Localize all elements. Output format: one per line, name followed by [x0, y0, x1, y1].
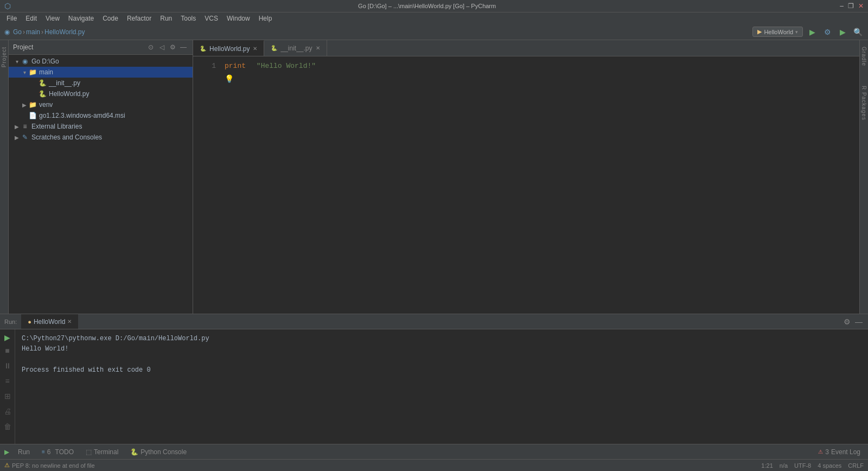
r-packages-label[interactable]: R Packages — [860, 81, 868, 125]
stop-button[interactable]: ■ — [2, 345, 14, 357]
bulb-hint: 💡 — [225, 73, 855, 85]
sidebar-project-label[interactable]: Project — [0, 42, 8, 72]
tree-item-helloworld[interactable]: 🐍 HelloWorld.py — [9, 88, 193, 99]
run-tab-close[interactable]: ✕ — [67, 319, 72, 324]
tree-arrow: ▾ — [21, 69, 28, 75]
run-configuration[interactable]: ▶ HelloWorld ▾ — [752, 27, 803, 37]
debug-button[interactable]: ⚙ — [821, 26, 833, 38]
cursor-position[interactable]: 1:21 — [761, 462, 773, 469]
breadcrumb-file[interactable]: HelloWorld.py — [44, 28, 85, 36]
sync-files-button[interactable]: ⊙ — [146, 42, 156, 52]
right-sidebar: Gradle R Packages — [859, 40, 868, 314]
tree-item-go-root[interactable]: ▾ ◉ Go D:\Go — [9, 56, 193, 67]
tree-item-extlibs[interactable]: ▶ ≡ External Libraries — [9, 121, 193, 132]
menu-navigate[interactable]: Navigate — [64, 14, 98, 23]
maximize-button[interactable]: ❐ — [848, 2, 854, 10]
run-toolbar: ▶ ■ ⏸ ≡ ⊞ 🖨 🗑 — [0, 329, 15, 444]
pause-button[interactable]: ⏸ — [2, 360, 14, 372]
menu-refactor[interactable]: Refactor — [123, 14, 156, 23]
menu-code[interactable]: Code — [98, 14, 123, 23]
module-icon: ◉ — [21, 57, 29, 66]
breadcrumb-main[interactable]: main — [26, 28, 40, 36]
code-line-1: print "Hello World!" — [225, 61, 855, 72]
python-file-icon-hw: 🐍 — [38, 90, 47, 98]
print-button[interactable]: 🖨 — [2, 405, 14, 417]
event-log-num: ⚠ — [818, 449, 823, 455]
tree-arrow: ▶ — [13, 124, 21, 130]
tree-arrow: ▶ — [13, 135, 21, 141]
clear-output-button[interactable]: 🗑 — [2, 421, 14, 432]
bottom-tabs-bar: Run: ● HelloWorld ✕ ⚙ — — [0, 314, 868, 329]
breadcrumb-go[interactable]: Go — [13, 28, 22, 36]
tree-item-main[interactable]: ▾ 📁 main — [9, 67, 193, 78]
libraries-icon: ≡ — [21, 122, 29, 131]
tool-event-log[interactable]: ⚠ 3 Event Log — [813, 447, 866, 457]
tree-label-venv: venv — [39, 101, 53, 109]
event-log-label: Event Log — [831, 448, 860, 456]
terminal-icon: ⬚ — [86, 448, 92, 456]
editor-tabs-bar: 🐍 HelloWorld.py ✕ 🐍 __init__.py ✕ — [193, 40, 859, 56]
collapse-all-button[interactable]: ◁ — [157, 42, 167, 52]
menu-run[interactable]: Run — [156, 14, 176, 23]
line-num-1: 1 — [193, 61, 216, 72]
menu-view[interactable]: View — [41, 14, 64, 23]
terminal-label: Terminal — [94, 448, 118, 456]
run-command-line: C:\Python27\pythonw.exe D:/Go/main/Hello… — [22, 334, 861, 344]
encoding[interactable]: UTF-8 — [794, 462, 811, 469]
close-button[interactable]: ✕ — [858, 2, 864, 10]
tree-label-go: Go D:\Go — [31, 58, 59, 65]
tree-item-init[interactable]: 🐍 __init__.py — [9, 78, 193, 88]
left-sidebar: Project — [0, 40, 9, 314]
tab-init[interactable]: 🐍 __init__.py ✕ — [264, 40, 327, 56]
run-button[interactable]: ▶ — [806, 26, 818, 38]
menu-edit[interactable]: Edit — [21, 14, 41, 23]
status-warning-text: PEP 8: no newline at end of file — [12, 462, 95, 469]
bottom-tab-helloworld[interactable]: ● HelloWorld ✕ — [21, 314, 78, 329]
indent[interactable]: 4 spaces — [818, 462, 841, 469]
menu-window[interactable]: Window — [222, 14, 254, 23]
restore-layout-button[interactable]: ⊞ — [2, 390, 14, 402]
project-title: Project — [13, 43, 144, 51]
tree-item-venv[interactable]: ▶ 📁 venv — [9, 99, 193, 110]
todo-num: 6 — [47, 448, 51, 456]
warning-icon: ⚠ — [4, 462, 10, 469]
gradle-label[interactable]: Gradle — [860, 42, 868, 71]
lightbulb-icon[interactable]: 💡 — [225, 73, 234, 85]
tree-label-extlibs: External Libraries — [31, 123, 82, 130]
tree-label-init: __init__.py — [49, 79, 80, 87]
python-console-label: Python Console — [141, 448, 187, 456]
dump-threads-button[interactable]: ≡ — [2, 375, 14, 387]
tree-item-scratches[interactable]: ▶ ✎ Scratches and Consoles — [9, 132, 193, 143]
tool-python-console[interactable]: 🐍 Python Console — [125, 447, 192, 457]
line-ending[interactable]: CRLF — [848, 462, 864, 469]
project-settings-button[interactable]: ⚙ — [168, 42, 177, 52]
title-bar: ⬡ Go [D:\Go] – ...\main\HelloWorld.py [G… — [0, 0, 868, 12]
menu-help[interactable]: Help — [254, 14, 277, 23]
close-project-panel-button[interactable]: — — [178, 42, 188, 52]
menu-vcs[interactable]: VCS — [200, 14, 222, 23]
tab-init-close[interactable]: ✕ — [316, 45, 320, 51]
tab-helloworld[interactable]: 🐍 HelloWorld.py ✕ — [193, 40, 264, 56]
python-console-icon: 🐍 — [130, 448, 138, 456]
editor-content[interactable]: 1 print "Hello World!" 💡 — [193, 56, 859, 314]
run-config-name: HelloWorld — [764, 29, 793, 35]
tool-terminal[interactable]: ⬚ Terminal — [80, 447, 124, 457]
folder-icon-venv: 📁 — [28, 100, 37, 109]
bottom-settings-button[interactable]: ⚙ — [842, 317, 852, 327]
tab-helloworld-close[interactable]: ✕ — [253, 46, 257, 52]
bottom-panel: Run: ● HelloWorld ✕ ⚙ — ▶ ■ ⏸ ≡ ⊞ 🖨 🗑 C:… — [0, 314, 868, 444]
menu-file[interactable]: File — [2, 14, 21, 23]
coverage-button[interactable]: ▶ — [837, 26, 848, 38]
tab-helloworld-label: HelloWorld.py — [209, 45, 250, 53]
search-everywhere-button[interactable]: 🔍 — [852, 26, 864, 38]
run-config-dropdown-icon[interactable]: ▾ — [795, 29, 798, 35]
tool-todo[interactable]: ≡ 6 TODO — [36, 447, 79, 457]
menu-tools[interactable]: Tools — [176, 14, 200, 23]
tree-item-gomsi[interactable]: 📄 go1.12.3.windows-amd64.msi — [9, 110, 193, 121]
tool-run[interactable]: Run — [12, 447, 35, 457]
minimize-button[interactable]: – — [840, 2, 844, 10]
bottom-minimize-button[interactable]: — — [854, 317, 864, 327]
line-sep: n/a — [780, 462, 788, 469]
rerun-button[interactable]: ▶ — [2, 332, 14, 343]
code-editor[interactable]: print "Hello World!" 💡 — [220, 56, 859, 314]
